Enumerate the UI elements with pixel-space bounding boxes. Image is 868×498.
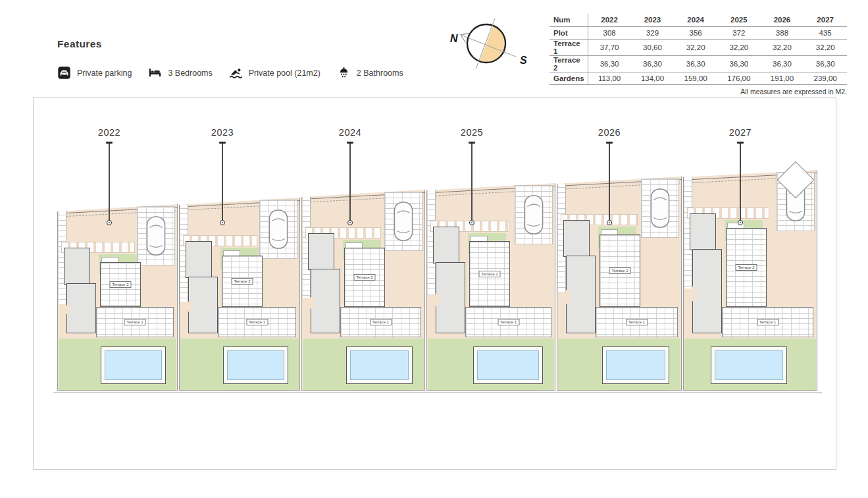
plot-leader-2027: 2027 <box>721 127 760 225</box>
cell: 372 <box>717 26 761 39</box>
pool <box>602 346 669 384</box>
cell: 356 <box>674 26 717 39</box>
pool <box>223 346 288 384</box>
pool-water <box>350 350 409 380</box>
terrace-1-label: Terrace 1 <box>757 319 779 325</box>
parking-icon <box>57 66 71 80</box>
garden <box>303 339 424 390</box>
cell: 308 <box>588 26 631 39</box>
terrace-1-label: Terrace 1 <box>626 319 648 325</box>
garden <box>59 339 176 390</box>
terrace-2-label: Terrace 2 <box>478 271 500 277</box>
plots-row: Terrace 2 Terrace 1 <box>57 98 817 391</box>
terrace-2: Terrace 2 <box>344 248 385 307</box>
cell: 32,20 <box>804 39 847 55</box>
pool-water <box>227 350 284 380</box>
terrace-2: Terrace 2 <box>726 228 767 307</box>
house-lower <box>566 256 596 333</box>
feature-label: 2 Bathrooms <box>357 69 403 78</box>
pool <box>473 346 543 384</box>
pool-water <box>477 350 539 380</box>
terrace-1-label: Terrace 1 <box>246 319 268 325</box>
pool <box>101 346 165 384</box>
leader-dot <box>107 220 112 225</box>
leader-dot <box>469 220 474 225</box>
feature-label: Private pool (21m2) <box>249 69 320 78</box>
table-header-row: Num 2022 2023 2024 2025 2026 2027 <box>549 14 847 26</box>
feature-bedrooms: 3 Bedrooms <box>148 66 212 80</box>
cell: 159,00 <box>674 72 717 84</box>
cell: 36,30 <box>631 55 675 72</box>
car-icon <box>392 201 415 242</box>
cell: 176,00 <box>717 72 761 84</box>
feature-label: 3 Bedrooms <box>168 69 212 78</box>
leader-dot <box>607 220 612 225</box>
leader-line <box>109 144 109 220</box>
plot-2023: Terrace 2 Terrace 1 <box>179 198 300 391</box>
plot-leader-2024: 2024 <box>330 127 370 225</box>
cell: 191,00 <box>761 72 804 84</box>
terrace-1: Terrace 1 <box>722 307 813 337</box>
plot-leader-2022: 2022 <box>89 127 129 225</box>
terrace-2-label: Terrace 2 <box>735 264 757 271</box>
car-icon <box>523 194 545 235</box>
driveway <box>641 179 679 238</box>
col-header: 2024 <box>674 14 717 26</box>
table-row-plot: Plot 308 329 356 372 388 435 <box>549 26 847 39</box>
site-plan: Terrace 2 Terrace 1 <box>33 97 836 470</box>
plot-number: 2026 <box>598 127 621 138</box>
cell: 388 <box>761 26 804 39</box>
driveway <box>384 192 422 251</box>
cell: 134,00 <box>631 72 675 84</box>
pool-water <box>715 350 783 380</box>
cell: 36,30 <box>804 55 847 72</box>
cell: 329 <box>631 26 675 39</box>
cell: 37,70 <box>588 39 631 55</box>
feature-items: Private parking 3 Bedrooms <box>57 66 403 80</box>
leader-dot <box>220 220 225 225</box>
cell: 32,20 <box>674 39 717 55</box>
pool-water <box>105 350 161 380</box>
house-lower <box>311 269 340 333</box>
compass-rose: N S <box>442 13 534 84</box>
col-header: Num <box>549 14 588 26</box>
plot-leader-2025: 2025 <box>452 127 492 225</box>
driveway <box>137 206 175 265</box>
cell: 36,30 <box>674 55 717 72</box>
terrace-1: Terrace 1 <box>465 307 551 337</box>
plot-leader-2026: 2026 <box>590 127 629 225</box>
pool <box>711 346 787 384</box>
col-header: 2027 <box>804 14 847 26</box>
plot-number: 2024 <box>339 127 361 138</box>
house-lower <box>692 249 722 333</box>
car-icon <box>649 188 671 229</box>
features-legend: Features Private parking <box>57 38 102 50</box>
plot-2022: Terrace 2 Terrace 1 <box>57 204 178 391</box>
terrace-2: Terrace 2 <box>222 256 263 307</box>
row-label: Gardens <box>549 72 588 84</box>
pool-icon <box>229 66 243 80</box>
bed-icon <box>148 66 162 80</box>
garden <box>684 339 816 390</box>
house-upper <box>186 241 212 278</box>
terrace-1-label: Terrace 1 <box>498 319 519 325</box>
leader-line <box>471 144 472 220</box>
terrace-2-label: Terrace 2 <box>353 274 375 281</box>
cell: 36,30 <box>761 55 804 72</box>
row-label: Plot <box>549 26 588 39</box>
house-lower <box>66 283 96 333</box>
terrace-1: Terrace 1 <box>96 307 174 337</box>
compass-north-label: N <box>450 33 458 44</box>
plot-leader-2023: 2023 <box>203 127 242 225</box>
row-label: Terrace 2 <box>549 55 588 72</box>
table-row-terrace2: Terrace 2 36,30 36,30 36,30 36,30 36,30 … <box>549 55 847 72</box>
car-icon <box>145 215 167 256</box>
house-lower <box>188 277 218 333</box>
car-icon <box>267 209 290 250</box>
terrace-2-label: Terrace 2 <box>609 267 630 274</box>
house-upper <box>690 213 716 250</box>
col-header: 2025 <box>717 14 761 26</box>
bathroom-icon <box>337 66 351 80</box>
leader-dot <box>738 220 743 225</box>
feature-private-pool: Private pool (21m2) <box>229 66 320 80</box>
